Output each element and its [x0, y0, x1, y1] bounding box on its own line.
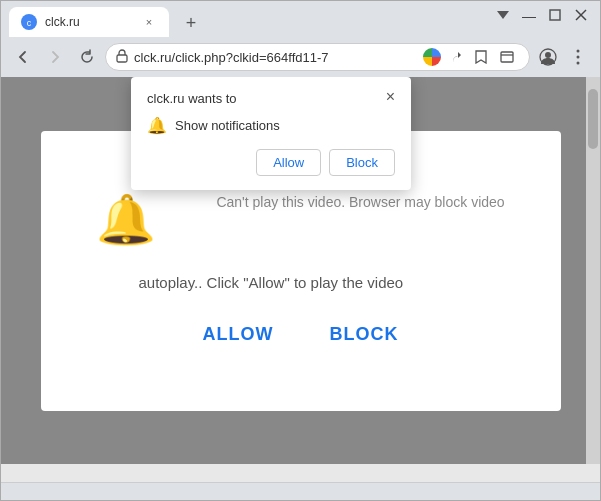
browser-tab[interactable]: c clck.ru ×	[9, 7, 169, 37]
popup-close-button[interactable]: ×	[386, 89, 395, 105]
chevron-down-button[interactable]	[490, 5, 516, 25]
popup-block-button[interactable]: Block	[329, 149, 395, 176]
page-action-buttons: ALLOW BLOCK	[195, 320, 407, 349]
browser-window: c clck.ru × + —	[0, 0, 601, 501]
profile-button[interactable]	[534, 43, 562, 71]
svg-rect-2	[550, 10, 560, 20]
bookmark-button[interactable]	[469, 45, 493, 69]
tab-title: clck.ru	[45, 15, 133, 29]
popup-bell-icon: 🔔	[147, 116, 167, 135]
page-allow-button[interactable]: ALLOW	[195, 320, 282, 349]
scrollbar[interactable]	[586, 77, 600, 464]
maximize-button[interactable]	[542, 5, 568, 25]
scrollbar-thumb[interactable]	[588, 89, 598, 149]
svg-text:c: c	[27, 18, 32, 28]
address-actions	[423, 45, 519, 69]
menu-button[interactable]	[564, 43, 592, 71]
url-text: clck.ru/click.php?clkid=664ffd11-7	[134, 50, 417, 65]
google-icon[interactable]	[423, 48, 441, 66]
navigation-bar: clck.ru/click.php?clkid=664ffd11-7	[1, 37, 600, 77]
svg-point-9	[545, 52, 551, 58]
page-blur-text: Can't play this video. Browser may block…	[216, 192, 504, 213]
new-tab-button[interactable]: +	[177, 9, 205, 37]
page-block-button[interactable]: BLOCK	[321, 320, 406, 349]
svg-point-10	[577, 50, 580, 53]
popup-notification-item: 🔔 Show notifications	[147, 116, 395, 135]
popup-title: clck.ru wants to	[147, 91, 237, 106]
tab-close-button[interactable]: ×	[141, 14, 157, 30]
popup-header: clck.ru wants to ×	[147, 91, 395, 106]
share-button[interactable]	[443, 45, 467, 69]
svg-point-12	[577, 62, 580, 65]
content-area: 🔔 Can't play this video. Browser may blo…	[1, 77, 600, 482]
status-bar	[1, 482, 600, 500]
page-bell-icon: 🔔	[96, 192, 156, 248]
minimize-button[interactable]: —	[516, 5, 542, 25]
back-button[interactable]	[9, 43, 37, 71]
tab-search-button[interactable]	[495, 45, 519, 69]
address-bar[interactable]: clck.ru/click.php?clkid=664ffd11-7	[105, 43, 530, 71]
refresh-button[interactable]	[73, 43, 101, 71]
popup-allow-button[interactable]: Allow	[256, 149, 321, 176]
close-window-button[interactable]	[568, 5, 594, 25]
notification-popup: clck.ru wants to × 🔔 Show notifications …	[131, 77, 411, 190]
forward-button[interactable]	[41, 43, 69, 71]
page-main-text: autoplay.. Click "Allow" to play the vid…	[139, 272, 404, 295]
tab-favicon: c	[21, 14, 37, 30]
security-lock-icon	[116, 49, 128, 66]
svg-point-11	[577, 56, 580, 59]
svg-rect-5	[117, 55, 127, 62]
popup-buttons: Allow Block	[147, 149, 395, 176]
svg-rect-6	[501, 52, 513, 62]
toolbar-extras	[534, 43, 592, 71]
popup-show-notifications-label: Show notifications	[175, 118, 280, 133]
